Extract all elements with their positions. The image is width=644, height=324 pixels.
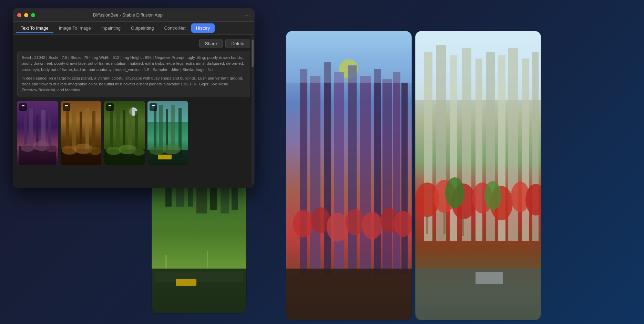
thumbnail-1[interactable]: ☰: [17, 101, 58, 165]
prompt-text: in deep space, on a large floating plane…: [22, 75, 246, 93]
app-window: DiffusionBee - Stable Diffusion App ⋯ Te…: [13, 9, 254, 188]
svg-rect-34: [374, 69, 381, 275]
action-bar: Share Delete: [17, 39, 250, 48]
info-box: Seed : 21042 | Scale : 7.5 | Steps : 75 …: [17, 51, 250, 97]
svg-point-38: [293, 210, 314, 238]
scrollbar[interactable]: [252, 36, 254, 184]
svg-point-68: [484, 181, 501, 210]
svg-rect-71: [426, 213, 428, 234]
svg-point-44: [393, 211, 413, 237]
svg-point-105: [132, 149, 145, 156]
tab-image-to-image[interactable]: Image To Image: [54, 23, 96, 33]
svg-point-41: [345, 209, 365, 235]
thumbnail-grid: ☰: [17, 101, 250, 165]
svg-rect-72: [443, 212, 446, 234]
svg-point-42: [362, 212, 382, 239]
scroll-thumb[interactable]: [252, 40, 254, 67]
thumbnail-3[interactable]: ☰: [104, 101, 145, 165]
thumb-menu-2[interactable]: ☰: [63, 103, 70, 111]
svg-rect-33: [360, 76, 371, 275]
svg-rect-58: [522, 59, 529, 241]
tab-text-to-image[interactable]: Text To Image: [16, 23, 53, 33]
tab-inpainting[interactable]: Inpainting: [96, 23, 125, 33]
svg-rect-70: [476, 272, 503, 284]
svg-rect-30: [324, 62, 331, 275]
tab-bar: Text To Image Image To Image Inpainting …: [13, 22, 254, 35]
delete-button[interactable]: Delete: [225, 39, 250, 48]
thumb-menu-3[interactable]: ☰: [106, 103, 114, 111]
tab-outpainting[interactable]: Outpainting: [126, 23, 159, 33]
svg-point-84: [45, 145, 58, 152]
svg-point-40: [327, 213, 349, 242]
title-bar: DiffusionBee - Stable Diffusion App ⋯: [13, 9, 254, 22]
svg-rect-22: [207, 251, 208, 269]
menu-icon[interactable]: ⋯: [245, 12, 250, 18]
content-area: Share Delete Seed : 21042 | Scale : 7.5 …: [13, 35, 254, 188]
svg-rect-21: [165, 255, 167, 269]
tab-history[interactable]: History: [191, 23, 215, 33]
window-title: DiffusionBee - Stable Diffusion App: [13, 12, 245, 18]
svg-point-116: [163, 145, 181, 154]
svg-rect-114: [158, 155, 172, 159]
svg-rect-31: [334, 72, 344, 275]
svg-rect-29: [310, 76, 320, 275]
tab-controlnet[interactable]: ControlNet: [160, 23, 191, 33]
svg-rect-20: [176, 279, 196, 286]
svg-rect-36: [393, 72, 400, 275]
svg-rect-28: [300, 69, 307, 275]
share-button[interactable]: Share: [199, 39, 223, 48]
thumb-menu-1[interactable]: ☰: [19, 103, 27, 111]
thumb-menu-4[interactable]: ☰: [150, 103, 157, 111]
svg-point-115: [150, 147, 165, 155]
svg-point-67: [445, 177, 464, 208]
svg-rect-37: [401, 83, 408, 275]
svg-rect-73: [462, 215, 464, 236]
metadata-text: Seed : 21042 | Scale : 7.5 | Steps : 75 …: [22, 55, 246, 73]
svg-rect-35: [382, 79, 392, 275]
svg-point-66: [525, 184, 546, 216]
svg-rect-54: [476, 59, 482, 241]
svg-point-82: [21, 144, 34, 152]
svg-rect-46: [286, 31, 412, 83]
svg-rect-45: [286, 269, 412, 320]
svg-point-94: [89, 147, 101, 155]
svg-rect-32: [348, 65, 357, 275]
thumbnail-4[interactable]: ☰: [147, 101, 188, 165]
thumbnail-2[interactable]: ☰: [61, 101, 101, 165]
svg-rect-19: [155, 272, 243, 282]
